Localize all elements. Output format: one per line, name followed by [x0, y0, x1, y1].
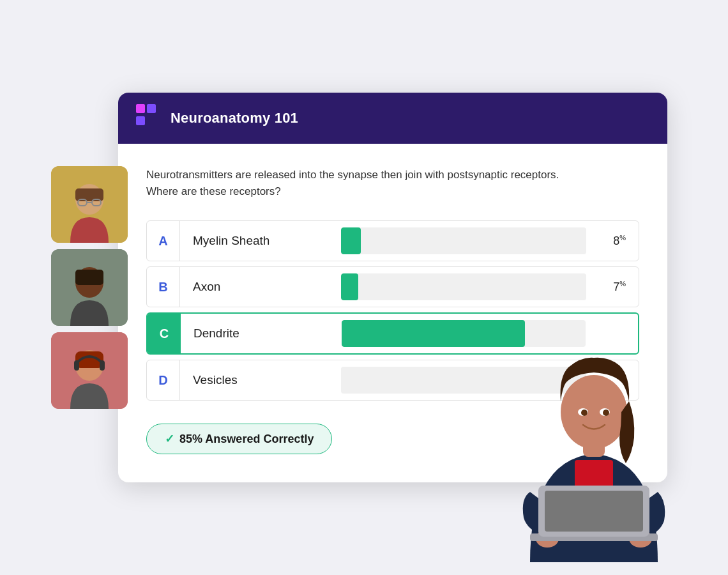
option-label-b: Axon [180, 280, 333, 294]
option-letter-box-c: C [148, 314, 181, 353]
teacher-figure [495, 313, 693, 562]
logo-pink-square [136, 104, 145, 113]
option-row-b[interactable]: B Axon 7% [146, 266, 639, 307]
option-letter-c: C [160, 326, 169, 341]
bar-track-b [341, 273, 586, 300]
svg-rect-25 [545, 491, 643, 532]
avatars-panel [51, 166, 128, 409]
main-container: Neuroanatomy 101 Neurotransmitters are r… [51, 26, 677, 549]
correct-badge: ✓ 85% Answered Correctly [146, 424, 332, 454]
option-letter-b: B [158, 280, 167, 295]
svg-point-16 [561, 375, 627, 449]
option-bar-area-b [333, 267, 594, 307]
option-letter-d: D [158, 373, 167, 388]
option-percent-a: 8% [594, 234, 639, 248]
card-header: Neuroanatomy 101 [118, 93, 667, 144]
option-letter-box-d: D [147, 360, 180, 400]
svg-point-20 [603, 410, 609, 416]
svg-point-19 [581, 410, 588, 416]
option-letter-box-b: B [147, 267, 180, 307]
avatar-student-2 [51, 249, 128, 326]
avatar-person-3 [51, 332, 128, 409]
question-text: Neurotransmitters are released into the … [146, 167, 580, 201]
option-label-d: Vesicles [180, 373, 333, 387]
teacher-overlay [492, 307, 696, 562]
check-icon: ✓ [165, 432, 174, 446]
bar-fill-b [341, 273, 358, 300]
bar-fill-a [341, 227, 361, 254]
app-title: Neuroanatomy 101 [171, 110, 298, 126]
option-label-c: Dendrite [181, 326, 334, 341]
logo-bottom-square [136, 116, 145, 125]
option-label-a: Myelin Sheath [180, 234, 333, 248]
avatar-person-2 [51, 249, 128, 326]
option-letter-box-a: A [147, 221, 180, 261]
bar-track-a [341, 227, 586, 254]
option-bar-area-a [333, 221, 594, 261]
svg-rect-8 [75, 270, 103, 285]
avatar-student-3 [51, 332, 128, 409]
logo-purple-square [147, 104, 156, 113]
app-logo [136, 104, 162, 132]
option-row-a[interactable]: A Myelin Sheath 8% [146, 220, 639, 261]
option-percent-b: 7% [594, 280, 639, 294]
option-letter-a: A [158, 234, 167, 249]
avatar-student-1 [51, 166, 128, 243]
avatar-person-1 [51, 166, 128, 243]
correct-badge-text: 85% Answered Correctly [179, 433, 314, 446]
